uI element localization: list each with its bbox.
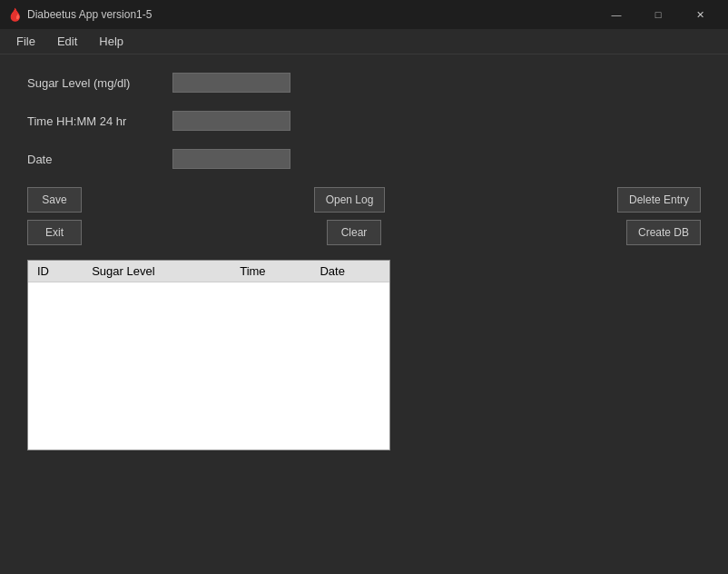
time-input[interactable] [172, 111, 290, 131]
date-label: Date [27, 153, 172, 166]
title-bar-controls: — □ ✕ [595, 0, 721, 29]
main-content: Sugar Level (mg/dl) Time HH:MM 24 hr Dat… [0, 54, 728, 574]
date-input[interactable] [172, 149, 290, 169]
col-time: Time [231, 261, 310, 282]
create-db-button[interactable]: Create DB [626, 220, 701, 245]
clear-button[interactable]: Clear [327, 220, 381, 245]
open-log-button[interactable]: Open Log [314, 187, 386, 213]
col-id: ID [28, 261, 83, 282]
save-button[interactable]: Save [27, 187, 82, 213]
maximize-button[interactable]: □ [637, 0, 679, 29]
menu-help[interactable]: Help [90, 31, 133, 52]
close-button[interactable]: ✕ [679, 0, 721, 29]
col-date: Date [310, 261, 389, 282]
delete-entry-button[interactable]: Delete Entry [617, 187, 701, 213]
time-row: Time HH:MM 24 hr [27, 111, 701, 131]
app-icon: 🩸 [7, 7, 22, 22]
button-row-1: Save Open Log Delete Entry [27, 187, 701, 213]
table-header-row: ID Sugar Level Time Date [28, 261, 389, 282]
sugar-level-input[interactable] [172, 73, 290, 93]
col-sugar-level: Sugar Level [83, 261, 231, 282]
data-table-container: ID Sugar Level Time Date [27, 260, 390, 450]
title-bar: 🩸 Diabeetus App version1-5 — □ ✕ [0, 0, 728, 29]
menu-file[interactable]: File [7, 31, 44, 52]
time-label: Time HH:MM 24 hr [27, 114, 172, 128]
data-table: ID Sugar Level Time Date [28, 261, 389, 282]
button-row-2: Exit Clear Create DB [27, 220, 701, 245]
title-bar-left: 🩸 Diabeetus App version1-5 [7, 7, 152, 22]
sugar-level-label: Sugar Level (mg/dl) [27, 76, 172, 90]
date-row: Date [27, 149, 701, 169]
menu-edit[interactable]: Edit [48, 31, 86, 52]
menu-bar: File Edit Help [0, 29, 728, 54]
sugar-level-row: Sugar Level (mg/dl) [27, 73, 701, 93]
exit-button[interactable]: Exit [27, 220, 82, 245]
app-title: Diabeetus App version1-5 [27, 8, 152, 21]
minimize-button[interactable]: — [595, 0, 637, 29]
